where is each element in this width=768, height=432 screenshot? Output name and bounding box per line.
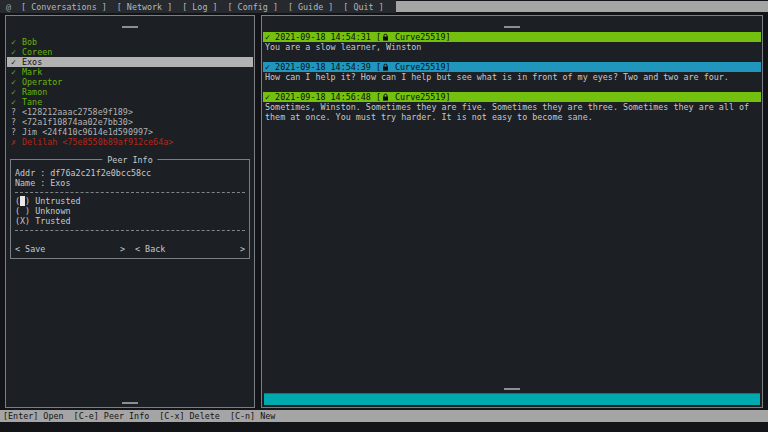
divider: [15, 230, 245, 231]
contact-name: Tane: [22, 97, 42, 107]
contact-name: <72a1f10874aa02e7bb30>: [22, 117, 133, 127]
radio-option-untrusted[interactable]: ( ) Untrusted: [15, 196, 245, 206]
radio-label: Trusted: [35, 216, 70, 226]
contact-row-ramon[interactable]: ✓Ramon: [7, 87, 253, 97]
chat-message: ✓ 2021-09-18 14:54:39 [ Curve25519]How c…: [263, 62, 761, 82]
check-icon: ✓: [11, 87, 17, 97]
message-cipher: Curve25519]: [390, 62, 451, 72]
contact-row-exos[interactable]: ✓Exos: [7, 57, 253, 67]
check-icon: ✓: [11, 97, 17, 107]
contact-row-mark[interactable]: ✓Mark: [7, 67, 253, 77]
text-cursor: [20, 196, 25, 206]
radio-box: ( ): [15, 196, 35, 206]
contact-name: Delilah <75e8550b89af912ce64a>: [22, 137, 173, 147]
lock-icon: [382, 93, 389, 101]
contact-row-tane[interactable]: ✓Tane: [7, 97, 253, 107]
lock-icon: [382, 33, 389, 41]
back-button[interactable]: < Back>: [135, 244, 245, 254]
menubar-fill: [396, 1, 768, 12]
save-button[interactable]: < Save>: [15, 244, 125, 254]
message-list: ✓ 2021-09-18 14:54:31 [ Curve25519]You a…: [263, 32, 761, 132]
pane-resize-handle[interactable]: [504, 388, 520, 390]
contact-name: Jim <24f410c9614e1d590997>: [22, 127, 153, 137]
question-icon: ?: [11, 127, 17, 137]
menu-item-quit[interactable]: [ Quit ]: [343, 2, 383, 12]
message-input[interactable]: [264, 393, 760, 405]
peer-name-value: Exos: [50, 178, 70, 188]
chat-panel: ✓ 2021-09-18 14:54:31 [ Curve25519]You a…: [261, 15, 763, 408]
radio-option-unknown[interactable]: ( ) Unknown: [15, 206, 245, 216]
question-icon: ?: [11, 107, 17, 117]
check-icon: ✓: [11, 37, 17, 47]
contact-name: Coreen: [22, 47, 52, 57]
message-cipher: Curve25519]: [390, 32, 451, 42]
check-icon: ✓: [11, 57, 17, 67]
radio-option-trusted[interactable]: (X) Trusted: [15, 216, 245, 226]
check-icon: ✓: [11, 77, 17, 87]
radio-label: Untrusted: [35, 196, 80, 206]
menu-item-conversations[interactable]: [ Conversations ]: [21, 2, 107, 12]
peer-info-dialog: Peer Info Addr : df76a2c21f2e0bcc58cc Na…: [10, 159, 250, 259]
button-bracket: >: [240, 244, 245, 254]
menu-items: [ Conversations ][ Network ][ Log ][ Con…: [21, 2, 384, 12]
peer-addr-label: Addr :: [15, 168, 45, 178]
radio-box: (X): [15, 216, 35, 226]
menu-item-network[interactable]: [ Network ]: [117, 2, 172, 12]
menubar-menus: @ [ Conversations ][ Network ][ Log ][ C…: [0, 0, 396, 13]
contact-row-operator[interactable]: ✓Operator: [7, 77, 253, 87]
radio-label: Unknown: [35, 206, 70, 216]
contact-row-128212aaac2758e9f189[interactable]: ?<128212aaac2758e9f189>: [7, 107, 253, 117]
message-cipher: Curve25519]: [390, 92, 451, 102]
menu-item-guide[interactable]: [ Guide ]: [288, 2, 333, 12]
pane-resize-handle[interactable]: [122, 402, 138, 404]
menubar: @ [ Conversations ][ Network ][ Log ][ C…: [0, 0, 768, 14]
peer-addr-value: df76a2c21f2e0bcc58cc: [50, 168, 151, 178]
button-label: < Back: [135, 244, 165, 254]
message-text: Sometimes, Winston. Sometimes they are f…: [263, 102, 761, 122]
conversations-panel: ✓Bob✓Coreen✓Exos✓Mark✓Operator✓Ramon✓Tan…: [5, 15, 255, 408]
contact-list: ✓Bob✓Coreen✓Exos✓Mark✓Operator✓Ramon✓Tan…: [7, 37, 253, 147]
contact-row-bob[interactable]: ✓Bob: [7, 37, 253, 47]
contact-name: Bob: [22, 37, 37, 47]
app-window: @ [ Conversations ][ Network ][ Log ][ C…: [0, 0, 768, 432]
peer-info-buttons: < Save>< Back>: [15, 244, 245, 254]
message-timestamp: ✓ 2021-09-18 14:54:39 [: [265, 62, 381, 72]
peer-name-row: Name : Exos: [15, 178, 245, 188]
peer-info-body: Addr : df76a2c21f2e0bcc58cc Name : Exos …: [11, 160, 249, 258]
message-header: ✓ 2021-09-18 14:54:31 [ Curve25519]: [263, 32, 761, 42]
message-text: How can I help it? How can I help but se…: [263, 72, 761, 82]
radio-box: ( ): [15, 206, 35, 216]
contact-name: Exos: [22, 57, 42, 67]
message-text: You are a slow learner, Winston: [263, 42, 761, 52]
chat-message: ✓ 2021-09-18 14:56:48 [ Curve25519]Somet…: [263, 92, 761, 122]
check-icon: ✓: [11, 67, 17, 77]
message-header: ✓ 2021-09-18 14:56:48 [ Curve25519]: [263, 92, 761, 102]
pane-resize-handle[interactable]: [504, 26, 520, 28]
button-bracket: >: [120, 244, 125, 254]
message-header: ✓ 2021-09-18 14:54:39 [ Curve25519]: [263, 62, 761, 72]
contact-row-72a1f10874aa02e7bb30[interactable]: ?<72a1f10874aa02e7bb30>: [7, 117, 253, 127]
contact-name: Mark: [22, 67, 42, 77]
contact-name: Operator: [22, 77, 62, 87]
peer-name-label: Name :: [15, 178, 45, 188]
trust-options: ( ) Untrusted( ) Unknown(X) Trusted: [15, 196, 245, 226]
divider: [15, 192, 245, 193]
contact-row-coreen[interactable]: ✓Coreen: [7, 47, 253, 57]
message-timestamp: ✓ 2021-09-18 14:56:48 [: [265, 92, 381, 102]
contact-row-delilah-75e8550b89af912ce64a[interactable]: ✗Delilah <75e8550b89af912ce64a>: [7, 137, 253, 147]
pane-resize-handle[interactable]: [122, 26, 138, 28]
menu-item-log[interactable]: [ Log ]: [182, 2, 217, 12]
button-label: < Save: [15, 244, 45, 254]
contact-name: Ramon: [22, 87, 47, 97]
peer-addr-row: Addr : df76a2c21f2e0bcc58cc: [15, 168, 245, 178]
contact-name: <128212aaac2758e9f189>: [22, 107, 133, 117]
question-icon: ?: [11, 117, 17, 127]
chat-message: ✓ 2021-09-18 14:54:31 [ Curve25519]You a…: [263, 32, 761, 52]
menu-item-config[interactable]: [ Config ]: [228, 2, 278, 12]
statusbar: [Enter] Open [C-e] Peer Info [C-x] Delet…: [0, 410, 768, 422]
check-icon: ✓: [11, 47, 17, 57]
app-logo-icon: @: [6, 2, 11, 12]
contact-row-jim-24f410c9614e1d590997[interactable]: ?Jim <24f410c9614e1d590997>: [7, 127, 253, 137]
cross-icon: ✗: [11, 137, 17, 147]
lock-icon: [382, 63, 389, 71]
